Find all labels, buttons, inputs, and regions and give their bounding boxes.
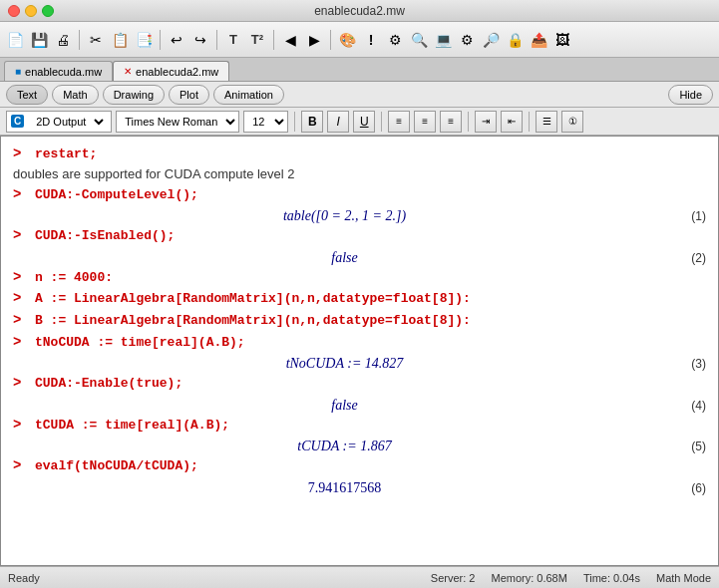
result-num-1: (1) (676, 209, 706, 223)
lock-icon[interactable]: 🔒 (504, 29, 526, 51)
size-select[interactable]: 12 (243, 111, 288, 133)
prompt-3: > (13, 226, 29, 246)
result-6: 7.941617568 (6) (13, 478, 706, 498)
status-ready: Ready (8, 572, 40, 584)
result-num-3: (3) (676, 357, 706, 371)
gear-icon[interactable]: ⚙ (384, 29, 406, 51)
line-1: > restart; (13, 145, 706, 164)
search-icon[interactable]: 🔍 (408, 29, 430, 51)
line-4: > n := 4000: (13, 268, 706, 288)
mode-drawing[interactable]: Drawing (103, 85, 165, 105)
result-2: false (2) (13, 248, 706, 268)
align-center-button[interactable]: ≡ (414, 111, 436, 133)
maximize-button[interactable] (42, 5, 54, 17)
terminal-icon[interactable]: 💻 (432, 29, 454, 51)
underline-button[interactable]: U (353, 111, 375, 133)
line-8: > CUDA:-Enable(true); (13, 374, 706, 394)
window-controls[interactable] (8, 5, 54, 17)
result-value-2: false (13, 250, 676, 266)
toolbar-sep-3 (216, 30, 217, 50)
image-icon[interactable]: 🖼 (551, 29, 573, 51)
new-icon[interactable]: 📄 (4, 29, 26, 51)
align-right-button[interactable]: ≡ (440, 111, 462, 133)
redo-icon[interactable]: ↪ (189, 29, 211, 51)
outdent-button[interactable]: ⇤ (501, 111, 523, 133)
line-9: > tCUDA := time[real](A.B); (13, 416, 706, 436)
close-button[interactable] (8, 5, 20, 17)
list-button[interactable]: ☰ (536, 111, 557, 133)
tab-icon-2: ✕ (124, 66, 132, 77)
result-4: false (4) (13, 396, 706, 416)
bold-button[interactable]: B (301, 111, 323, 133)
toolbar: 📄 💾 🖨 ✂ 📋 📑 ↩ ↪ T T² ◀ ▶ 🎨 ! ⚙ 🔍 💻 ⚙ 🔎 🔒… (0, 22, 719, 58)
zoom-icon[interactable]: 🔎 (480, 29, 502, 51)
paste-icon[interactable]: 📑 (133, 29, 155, 51)
tab-label-1: enablecuda.mw (25, 66, 102, 78)
window-title: enablecuda2.mw (314, 4, 405, 18)
palette-icon[interactable]: 🎨 (336, 29, 358, 51)
prompt-7: > (13, 333, 29, 353)
result-num-4: (4) (676, 399, 706, 413)
format-sep-1 (294, 112, 295, 132)
copy-icon[interactable]: 📋 (109, 29, 131, 51)
code-9: tCUDA := time[real](A.B); (35, 416, 229, 436)
mode-math[interactable]: Math (52, 85, 98, 105)
hide-button[interactable]: Hide (668, 85, 713, 105)
prompt-10: > (13, 456, 29, 476)
code-10: evalf(tNoCUDA/tCUDA); (35, 456, 198, 476)
tab-bar: ■ enablecuda.mw ✕ enablecuda2.mw (0, 58, 719, 82)
result-num-5: (5) (676, 440, 706, 453)
output-type-select[interactable]: 2D Output (28, 111, 107, 133)
tab-enablecuda[interactable]: ■ enablecuda.mw (4, 61, 113, 81)
prev-icon[interactable]: ◀ (279, 29, 301, 51)
tab-icon-1: ■ (15, 66, 21, 77)
code-6: B := LinearAlgebra[RandomMatrix](n,n,dat… (35, 311, 471, 331)
code-1: restart; (35, 145, 97, 164)
indent-button[interactable]: ⇥ (475, 111, 497, 133)
minimize-button[interactable] (25, 5, 37, 17)
line-7: > tNoCUDA := time[real](A.B); (13, 333, 706, 353)
status-server: Server: 2 (431, 572, 476, 584)
prompt-1: > (13, 145, 29, 164)
result-3: tNoCUDA := 14.827 (3) (13, 354, 706, 374)
toolbar-sep-4 (273, 30, 274, 50)
italic-button[interactable]: I (327, 111, 349, 133)
line-3: > CUDA:-IsEnabled(); (13, 226, 706, 246)
text-icon[interactable]: T (222, 29, 244, 51)
toolbar-sep-2 (160, 30, 161, 50)
save-icon[interactable]: 💾 (28, 29, 50, 51)
content-area[interactable]: > restart; doubles are supported for CUD… (0, 136, 719, 566)
cut-icon[interactable]: ✂ (85, 29, 107, 51)
code-4: n := 4000: (35, 268, 113, 288)
settings-icon[interactable]: ⚙ (456, 29, 478, 51)
prompt-2: > (13, 185, 29, 205)
print-icon[interactable]: 🖨 (52, 29, 74, 51)
result-num-2: (2) (676, 251, 706, 265)
mode-bar: Text Math Drawing Plot Animation Hide (0, 82, 719, 108)
mode-text[interactable]: Text (6, 85, 48, 105)
tab-enablecuda2[interactable]: ✕ enablecuda2.mw (113, 61, 229, 81)
format-bar: C 2D Output Times New Roman 12 B I U ≡ ≡… (0, 108, 719, 136)
tab-label-2: enablecuda2.mw (136, 66, 218, 78)
line-plain: doubles are supported for CUDA compute l… (13, 166, 706, 181)
align-left-button[interactable]: ≡ (388, 111, 410, 133)
line-2: > CUDA:-ComputeLevel(); (13, 185, 706, 205)
font-select[interactable]: Times New Roman (116, 111, 239, 133)
undo-icon[interactable]: ↩ (166, 29, 187, 51)
num-list-button[interactable]: ① (561, 111, 583, 133)
toolbar-sep-1 (79, 30, 80, 50)
mode-animation[interactable]: Animation (213, 85, 284, 105)
exclaim-icon[interactable]: ! (360, 29, 382, 51)
mode-plot[interactable]: Plot (169, 85, 209, 105)
next-icon[interactable]: ▶ (303, 29, 325, 51)
code-2: CUDA:-ComputeLevel(); (35, 185, 198, 205)
line-5: > A := LinearAlgebra[RandomMatrix](n,n,d… (13, 289, 706, 309)
code-7: tNoCUDA := time[real](A.B); (35, 333, 245, 353)
result-num-6: (6) (676, 481, 706, 495)
line-6: > B := LinearAlgebra[RandomMatrix](n,n,d… (13, 311, 706, 331)
text-super-icon[interactable]: T² (246, 29, 268, 51)
status-info: Server: 2 Memory: 0.68M Time: 0.04s Math… (431, 572, 711, 584)
export-icon[interactable]: 📤 (528, 29, 549, 51)
result-value-1: table([0 = 2., 1 = 2.]) (13, 208, 676, 224)
status-mode: Math Mode (656, 572, 711, 584)
